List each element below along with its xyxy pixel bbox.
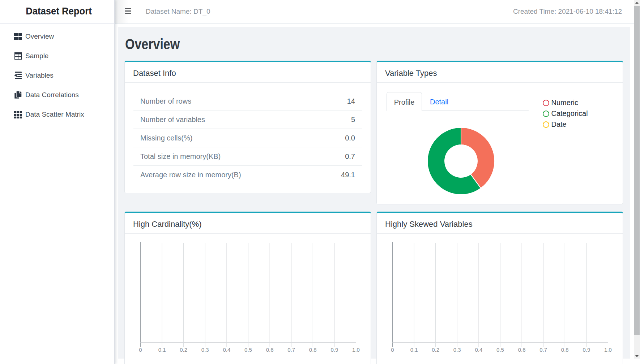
svg-text:1.0: 1.0 (352, 347, 360, 353)
svg-text:0.1: 0.1 (410, 347, 418, 353)
svg-text:0.8: 0.8 (561, 347, 569, 353)
svg-text:0.7: 0.7 (539, 347, 547, 353)
svg-text:0.1: 0.1 (158, 347, 166, 353)
svg-text:0.7: 0.7 (287, 347, 295, 353)
svg-text:0.9: 0.9 (330, 347, 338, 353)
svg-text:0: 0 (391, 347, 394, 353)
svg-text:0.5: 0.5 (496, 347, 504, 353)
svg-text:0.4: 0.4 (223, 347, 230, 353)
svg-text:0.3: 0.3 (201, 347, 209, 353)
svg-text:0.6: 0.6 (266, 347, 274, 353)
svg-text:0.2: 0.2 (432, 347, 439, 353)
svg-text:1.0: 1.0 (604, 347, 612, 353)
svg-text:0.3: 0.3 (453, 347, 461, 353)
svg-text:0.5: 0.5 (244, 347, 252, 353)
svg-text:0.2: 0.2 (180, 347, 187, 353)
svg-text:0.8: 0.8 (309, 347, 317, 353)
svg-text:0.4: 0.4 (475, 347, 482, 353)
svg-text:0: 0 (139, 347, 142, 353)
svg-text:0.6: 0.6 (518, 347, 526, 353)
svg-text:0.9: 0.9 (583, 347, 590, 353)
